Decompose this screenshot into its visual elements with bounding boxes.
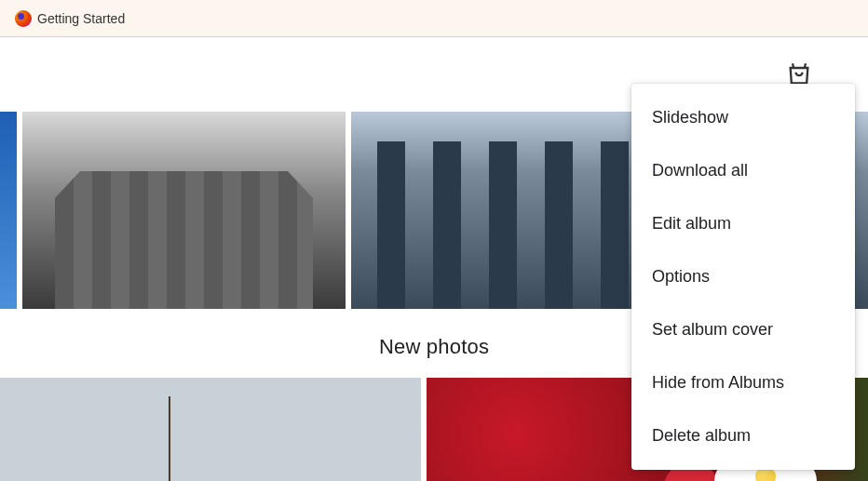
firefox-icon <box>15 10 32 27</box>
menu-download-all[interactable]: Download all <box>631 144 855 197</box>
browser-tab[interactable]: Getting Started <box>7 7 132 31</box>
photo-thumbnail[interactable] <box>0 112 17 309</box>
context-menu: Slideshow Download all Edit album Option… <box>631 84 855 470</box>
tab-label: Getting Started <box>37 11 125 26</box>
browser-tab-bar: Getting Started <box>0 0 868 37</box>
photo-thumbnail[interactable] <box>22 112 346 309</box>
menu-slideshow[interactable]: Slideshow <box>631 91 855 144</box>
content-area: New photos Slideshow Download all Edit a… <box>0 37 868 481</box>
menu-hide-from-albums[interactable]: Hide from Albums <box>631 356 855 409</box>
menu-edit-album[interactable]: Edit album <box>631 197 855 250</box>
menu-options[interactable]: Options <box>631 250 855 303</box>
photo-thumbnail[interactable] <box>0 378 421 481</box>
menu-delete-album[interactable]: Delete album <box>631 409 855 462</box>
menu-set-album-cover[interactable]: Set album cover <box>631 303 855 356</box>
